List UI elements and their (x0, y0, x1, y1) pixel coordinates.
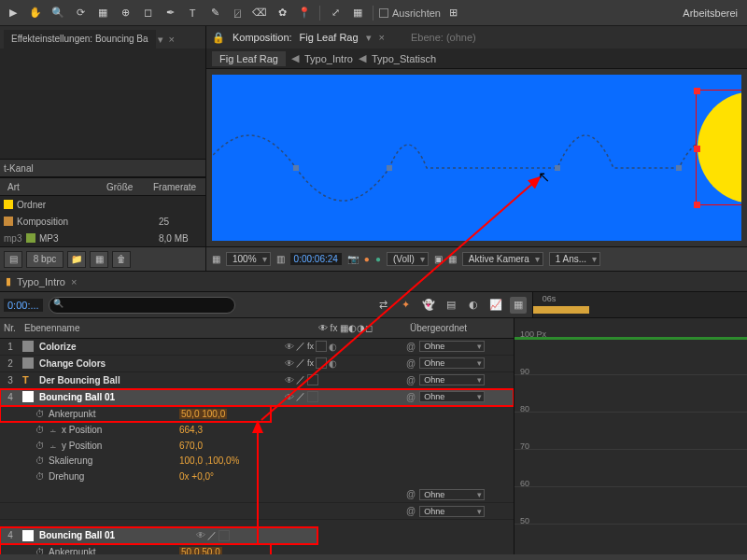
roto-tool-icon[interactable]: ✿ (273, 4, 291, 22)
workspace-menu[interactable]: Arbeitsberei (677, 6, 743, 21)
delete-button[interactable]: 🗑 (112, 251, 131, 268)
snapshot-icon[interactable]: 📷 (347, 254, 359, 264)
transparency-icon[interactable]: ▦ (448, 254, 457, 264)
parent-dropdown[interactable]: Ohne (419, 506, 485, 517)
bread-item[interactable]: Fig Leaf Rag (212, 51, 286, 66)
comp-mini-flow-icon[interactable]: ⇄ (375, 297, 392, 314)
parent-dropdown[interactable]: Ohne (419, 391, 485, 402)
col-parent[interactable]: Übergeordnet (406, 323, 514, 333)
grid-icon[interactable]: ▦ (348, 4, 367, 22)
bpc-button[interactable]: 8 bpc (26, 251, 63, 268)
layer-row-lower[interactable]: 4 Bouncing Ball 01 👁／ (0, 527, 317, 544)
resolution-dropdown[interactable]: (Voll) (387, 252, 429, 266)
close-tab-icon[interactable]: × (169, 34, 178, 45)
pickwhip-icon[interactable]: @ (406, 489, 416, 499)
brush-tool-icon[interactable]: ✎ (205, 4, 224, 22)
tab-dropdown-icon[interactable]: ▾ (366, 32, 372, 44)
tab-dropdown-icon[interactable]: ▾ (158, 34, 167, 46)
visibility-toggle[interactable]: 👁 (285, 375, 294, 385)
layer-row[interactable]: 2 Change Colors 👁／fx◐ @Ohne (0, 356, 514, 372)
interpret-footage-button[interactable]: ▤ (4, 251, 22, 268)
layer-row[interactable]: @Ohne (0, 503, 514, 520)
parent-dropdown[interactable]: Ohne (419, 489, 485, 500)
timeline-tab[interactable]: Typo_Intro (17, 276, 65, 287)
layer-duration-bar[interactable] (514, 337, 747, 340)
zoom-dropdown[interactable]: 100% (226, 252, 271, 266)
canvas[interactable] (212, 75, 741, 241)
timecode-display[interactable]: 0:00:06:24 (290, 253, 342, 265)
property-row-x-position[interactable]: ⏱ ⫠ x Position 664,3 (0, 422, 514, 438)
time-ruler[interactable]: 06s (532, 292, 747, 317)
bread-item[interactable]: Typo_Intro (304, 53, 353, 64)
layer-row[interactable]: 3 TDer Bouncing Ball 👁／ @Ohne (0, 372, 514, 389)
channel-icon[interactable]: ● (375, 254, 381, 264)
hand-tool-icon[interactable]: ✋ (26, 4, 45, 22)
channel-icon[interactable]: ● (364, 254, 370, 264)
stopwatch-icon[interactable]: ⏱ (35, 409, 49, 419)
effect-controls-tab[interactable]: Effekteinstellungen: Bouncing Ba (4, 30, 156, 49)
col-nr[interactable]: Nr. (0, 323, 21, 333)
parent-dropdown[interactable]: Ohne (419, 341, 485, 352)
pan-behind-tool-icon[interactable]: ⊕ (116, 4, 134, 22)
stopwatch-icon[interactable]: ⏱ (35, 425, 49, 435)
camera-dropdown[interactable]: Aktive Kamera (462, 252, 543, 266)
parent-dropdown[interactable]: Ohne (419, 374, 485, 385)
new-comp-button[interactable]: ▦ (90, 251, 108, 268)
property-value[interactable]: 664,3 (179, 425, 203, 435)
layer-tab[interactable]: Ebene: (ohne) (411, 32, 476, 43)
work-area-bar[interactable] (533, 306, 589, 314)
views-dropdown[interactable]: 1 Ans... (549, 252, 600, 266)
project-row[interactable]: mp3 MP3 8,0 MB (0, 230, 205, 246)
fx-toggle[interactable]: fx (307, 342, 314, 351)
property-row-y-position[interactable]: ⏱ ⫠ y Position 670,0 (0, 438, 514, 454)
rotate-tool-icon[interactable]: ⟳ (71, 4, 90, 22)
resize-handle[interactable] (694, 202, 700, 208)
camera-tool-icon[interactable]: ▦ (93, 4, 112, 22)
shape-tool-icon[interactable]: ◻ (138, 4, 157, 22)
layer-search-input[interactable] (49, 297, 235, 314)
collapse-icon[interactable]: ◐ (329, 342, 337, 352)
brainstorm-icon[interactable]: ▦ (510, 297, 527, 314)
col-groesse[interactable]: Größe (103, 182, 146, 192)
resize-handle[interactable] (694, 146, 700, 152)
zoom-tool-icon[interactable]: 🔍 (49, 4, 67, 22)
property-value[interactable]: 0x +0,0° (179, 471, 214, 482)
property-value[interactable]: 50,0 100,0 (179, 409, 227, 419)
property-row-scale[interactable]: ⏱ Skalierung 100,0 ,100,0% (0, 453, 514, 469)
align-checkbox[interactable] (379, 8, 388, 18)
layer-row[interactable]: 1 Colorize 👁／fx◐ @Ohne (0, 339, 514, 356)
bread-item[interactable]: Typo_Statisch (372, 53, 436, 64)
pickwhip-icon[interactable]: @ (406, 342, 416, 352)
snap-icon[interactable]: ⊞ (444, 4, 463, 22)
clone-tool-icon[interactable]: ⍁ (228, 4, 247, 22)
pin-tool-icon[interactable]: 📍 (295, 4, 314, 22)
hide-shy-icon[interactable]: 👻 (420, 297, 437, 314)
col-name[interactable]: Ebenenname (21, 323, 285, 333)
type-tool-icon[interactable]: T (183, 4, 202, 22)
col-framerate[interactable]: Framerate (149, 182, 202, 192)
close-tab-icon[interactable]: × (379, 32, 385, 43)
current-time[interactable]: 0:00:... (4, 299, 43, 312)
draft-3d-icon[interactable]: ✦ (398, 297, 415, 314)
project-row[interactable]: Komposition 25 (0, 213, 205, 230)
property-row-rotation[interactable]: ⏱ Drehung 0x +0,0° (0, 469, 514, 484)
region-icon[interactable]: ▣ (434, 254, 443, 264)
col-art[interactable]: Art (4, 182, 99, 192)
pickwhip-icon[interactable]: @ (406, 392, 416, 402)
property-row-anchor-point[interactable]: ⏱ Ankerpunkt 50,0 100,0 (0, 406, 271, 422)
graph-editor-icon[interactable]: 📈 (487, 297, 504, 314)
pickwhip-icon[interactable]: @ (406, 506, 416, 516)
composition-viewer[interactable] (206, 69, 747, 246)
visibility-toggle[interactable]: 👁 (196, 530, 205, 540)
pickwhip-icon[interactable]: @ (406, 358, 416, 369)
visibility-toggle[interactable]: 👁 (285, 358, 294, 369)
stopwatch-icon[interactable]: ⏱ (35, 455, 49, 466)
pickwhip-icon[interactable]: @ (406, 375, 416, 385)
graph-editor-area[interactable]: 100 Px 90 80 70 60 50 (514, 318, 747, 560)
frame-blend-icon[interactable]: ▤ (443, 297, 459, 314)
res-icon[interactable]: ▥ (276, 254, 285, 264)
comp-tab-name[interactable]: Fig Leaf Rag (300, 32, 359, 43)
close-tab-icon[interactable]: × (71, 276, 77, 287)
col-switches[interactable]: 👁 fx ▦◐◑◻ (285, 323, 406, 333)
stopwatch-icon[interactable]: ⏱ (35, 471, 49, 482)
